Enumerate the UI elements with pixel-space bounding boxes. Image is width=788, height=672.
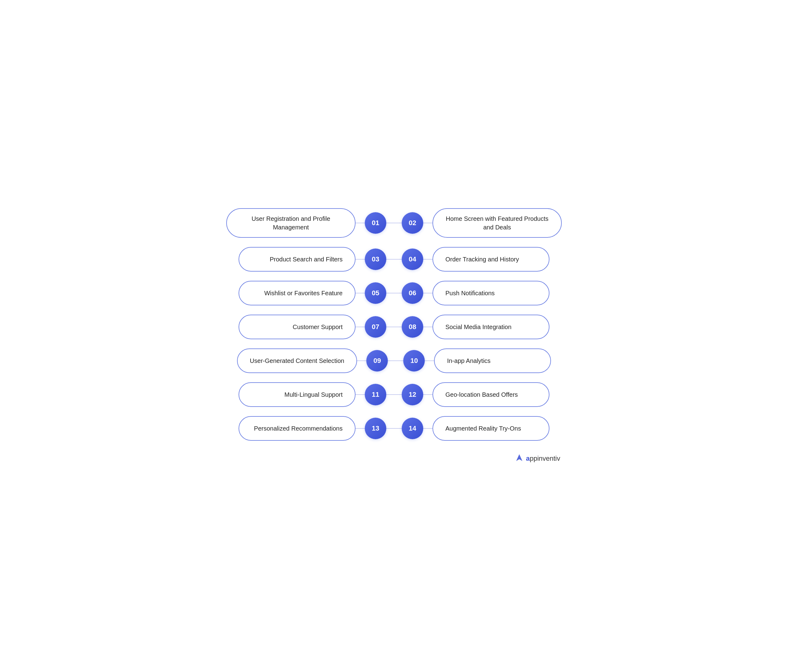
badge-number-05: 05 bbox=[372, 289, 379, 297]
pill-left-label-1: Product Search and Filters bbox=[270, 255, 343, 263]
badge-number-10: 10 bbox=[410, 357, 418, 365]
pill-right-label-2: Push Notifications bbox=[445, 289, 495, 297]
pill-left-2: Wishlist or Favorites Feature bbox=[238, 281, 356, 305]
pill-right-label-0: Home Screen with Featured Products and D… bbox=[445, 214, 549, 231]
badge-number-14: 14 bbox=[409, 425, 416, 433]
feature-row-3: Wishlist or Favorites Feature 05 06 bbox=[225, 281, 563, 305]
middle-connector-2 bbox=[386, 293, 402, 293]
pill-left-label-4: User-Generated Content Selection bbox=[250, 357, 345, 365]
left-connector-1 bbox=[356, 259, 365, 260]
pill-right-3: Social Media Integration bbox=[432, 315, 550, 339]
right-line-5 bbox=[423, 394, 432, 395]
pill-left-1: Product Search and Filters bbox=[238, 247, 356, 271]
badge-number-13: 13 bbox=[372, 425, 379, 433]
logo-icon bbox=[514, 453, 524, 464]
middle-line-2 bbox=[386, 293, 402, 293]
right-line-1 bbox=[423, 259, 432, 260]
badge-number-03: 03 bbox=[372, 255, 379, 263]
right-connector-3 bbox=[423, 326, 432, 327]
left-connector-2 bbox=[356, 293, 365, 293]
middle-connector-6 bbox=[386, 428, 402, 429]
badge-02: 02 bbox=[402, 212, 423, 234]
badge-number-08: 08 bbox=[409, 323, 416, 331]
left-connector-6 bbox=[356, 428, 365, 429]
pill-right-2: Push Notifications bbox=[432, 281, 550, 305]
pill-right-label-3: Social Media Integration bbox=[445, 323, 512, 331]
pill-right-4: In-app Analytics bbox=[434, 349, 551, 373]
middle-connector-5 bbox=[386, 394, 402, 395]
right-line-0 bbox=[423, 223, 432, 223]
pill-left-5: Multi-Lingual Support bbox=[238, 382, 356, 407]
badge-01: 01 bbox=[365, 212, 386, 234]
pill-right-0: Home Screen with Featured Products and D… bbox=[432, 208, 562, 238]
middle-connector-3 bbox=[386, 326, 402, 327]
pill-right-label-6: Augmented Reality Try-Ons bbox=[445, 424, 521, 433]
right-connector-4 bbox=[425, 360, 434, 361]
badge-08: 08 bbox=[402, 316, 423, 338]
left-line-1 bbox=[356, 259, 365, 260]
badge-number-02: 02 bbox=[409, 219, 416, 227]
feature-row-5: User-Generated Content Selection 09 10 bbox=[225, 349, 563, 373]
badge-10: 10 bbox=[403, 350, 425, 371]
feature-row-7: Personalized Recommendations 13 14 bbox=[225, 416, 563, 441]
left-line-6 bbox=[356, 428, 365, 429]
badge-12: 12 bbox=[402, 384, 423, 405]
logo-container: appinventiv bbox=[225, 453, 563, 464]
middle-line-6 bbox=[386, 428, 402, 429]
badge-number-09: 09 bbox=[373, 357, 381, 365]
badge-09: 09 bbox=[366, 350, 388, 371]
badge-number-04: 04 bbox=[409, 255, 416, 263]
badge-number-07: 07 bbox=[372, 323, 379, 331]
pill-left-6: Personalized Recommendations bbox=[238, 416, 356, 441]
right-connector-2 bbox=[423, 293, 432, 293]
right-line-2 bbox=[423, 293, 432, 293]
pill-right-label-5: Geo-location Based Offers bbox=[445, 390, 518, 399]
left-line-5 bbox=[356, 394, 365, 395]
left-line-3 bbox=[356, 326, 365, 327]
left-line-4 bbox=[357, 360, 366, 361]
badge-14: 14 bbox=[402, 418, 423, 439]
main-container: User Registration and Profile Management… bbox=[225, 208, 563, 464]
badge-07: 07 bbox=[365, 316, 386, 338]
badge-number-12: 12 bbox=[409, 391, 416, 399]
right-line-3 bbox=[423, 326, 432, 327]
middle-line-4 bbox=[388, 360, 403, 361]
logo-text: appinventiv bbox=[526, 455, 560, 463]
left-connector-4 bbox=[357, 360, 366, 361]
pill-right-label-1: Order Tracking and History bbox=[445, 255, 519, 263]
feature-row-6: Multi-Lingual Support 11 12 bbox=[225, 382, 563, 407]
pill-left-label-5: Multi-Lingual Support bbox=[284, 390, 343, 399]
pill-left-label-2: Wishlist or Favorites Feature bbox=[264, 289, 343, 297]
pill-right-6: Augmented Reality Try-Ons bbox=[432, 416, 550, 441]
pill-left-4: User-Generated Content Selection bbox=[237, 349, 357, 373]
left-connector-0 bbox=[356, 223, 365, 223]
badge-11: 11 bbox=[365, 384, 386, 405]
pill-right-label-4: In-app Analytics bbox=[447, 357, 490, 365]
badge-03: 03 bbox=[365, 249, 386, 270]
right-line-4 bbox=[425, 360, 434, 361]
badge-06: 06 bbox=[402, 282, 423, 304]
pill-left-label-6: Personalized Recommendations bbox=[254, 424, 343, 433]
badge-number-06: 06 bbox=[409, 289, 416, 297]
badge-13: 13 bbox=[365, 418, 386, 439]
left-connector-3 bbox=[356, 326, 365, 327]
pill-right-1: Order Tracking and History bbox=[432, 247, 550, 271]
feature-row-1: User Registration and Profile Management… bbox=[225, 208, 563, 238]
right-connector-6 bbox=[423, 428, 432, 429]
middle-line-5 bbox=[386, 394, 402, 395]
pill-left-label-3: Customer Support bbox=[293, 323, 343, 331]
right-connector-5 bbox=[423, 394, 432, 395]
badge-number-01: 01 bbox=[372, 219, 379, 227]
right-line-6 bbox=[423, 428, 432, 429]
feature-row-2: Product Search and Filters 03 04 bbox=[225, 247, 563, 271]
left-line-2 bbox=[356, 293, 365, 293]
badge-number-11: 11 bbox=[372, 391, 379, 399]
right-connector-0 bbox=[423, 223, 432, 223]
right-connector-1 bbox=[423, 259, 432, 260]
middle-connector-1 bbox=[386, 259, 402, 260]
left-connector-5 bbox=[356, 394, 365, 395]
badge-05: 05 bbox=[365, 282, 386, 304]
middle-line-3 bbox=[386, 326, 402, 327]
pill-left-3: Customer Support bbox=[238, 315, 356, 339]
middle-line-0 bbox=[386, 223, 402, 223]
